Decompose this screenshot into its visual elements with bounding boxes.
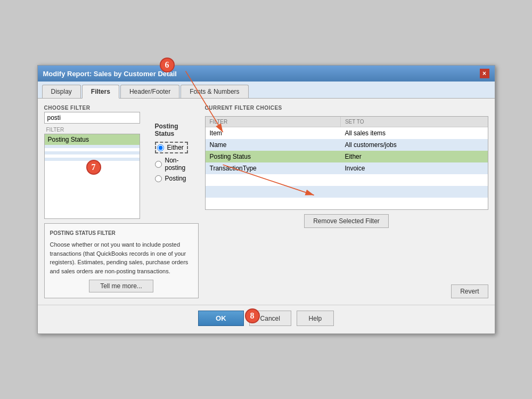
revert-button[interactable]: Revert — [451, 284, 488, 298]
posting-status-title: Posting Status — [155, 123, 199, 137]
tab-filters[interactable]: Filters — [82, 85, 119, 99]
dialog: Modify Report: Sales by Customer Detail … — [37, 65, 495, 334]
table-row — [206, 174, 488, 186]
filter-desc-box: POSTING STATUS FILTER Choose whether or … — [44, 223, 199, 298]
filter-list-item[interactable]: Posting Status — [45, 134, 140, 145]
close-button[interactable]: × — [480, 69, 489, 78]
tab-fonts-numbers[interactable]: Fonts & Numbers — [181, 85, 248, 98]
radio-posting-label: Posting — [165, 175, 186, 182]
radio-group: Either Non-posting Posting — [155, 142, 199, 182]
table-row[interactable]: Item All sales items — [206, 127, 488, 140]
radio-either-selected: Either — [155, 142, 188, 153]
dialog-footer: OK Cancel Help — [38, 305, 495, 333]
filter-desc-title: POSTING STATUS FILTER — [50, 229, 193, 237]
table-row[interactable]: TransactionType Invoice — [206, 162, 488, 174]
help-button[interactable]: Help — [297, 311, 334, 326]
tabs-bar: Display Filters Header/Footer Fonts & Nu… — [38, 82, 495, 99]
col-filter-header: FILTER — [206, 117, 341, 127]
tab-display[interactable]: Display — [42, 85, 81, 98]
filter-table: FILTER SET TO Item All sales items Name — [206, 117, 488, 209]
table-row — [206, 198, 488, 209]
filter-col-header: FILTER — [44, 126, 140, 134]
filter-cell: Item — [206, 127, 341, 140]
filter-cell: Posting Status — [206, 151, 341, 162]
table-row[interactable]: Name All customers/jobs — [206, 139, 488, 151]
dialog-titlebar: Modify Report: Sales by Customer Detail … — [38, 66, 495, 82]
radio-posting-input[interactable] — [155, 175, 162, 182]
annotation-7: 7 — [86, 160, 101, 175]
set-to-cell: Invoice — [340, 162, 487, 174]
filter-table-container: FILTER SET TO Item All sales items Name — [205, 116, 488, 210]
filter-table-header-row: FILTER SET TO — [206, 117, 488, 127]
filter-desc-text: Choose whether or not you want to includ… — [50, 240, 193, 275]
radio-either[interactable]: Either — [155, 142, 199, 153]
ok-button[interactable]: OK — [198, 311, 244, 326]
posting-options-panel: Posting Status Either — [146, 112, 199, 219]
tab-header-footer[interactable]: Header/Footer — [120, 85, 179, 98]
filter-list[interactable]: Posting Status — [44, 134, 140, 219]
filter-cell: TransactionType — [206, 162, 341, 174]
remove-selected-filter-button[interactable]: Remove Selected Filter — [304, 214, 389, 228]
annotation-8: 8 — [245, 308, 260, 323]
radio-non-posting-label: Non-posting — [165, 157, 199, 172]
radio-either-input[interactable] — [157, 144, 164, 151]
annotation-6: 6 — [160, 58, 175, 72]
table-row — [206, 186, 488, 198]
set-to-cell: All customers/jobs — [340, 139, 487, 151]
left-panel: CHOOSE FILTER FILTER Posting Status — [44, 105, 199, 298]
filter-cell: Name — [206, 139, 341, 151]
dialog-title: Modify Report: Sales by Customer Detail — [43, 70, 177, 78]
tell-me-more-button[interactable]: Tell me more... — [89, 280, 153, 292]
radio-non-posting-input[interactable] — [155, 161, 162, 168]
set-to-cell: Either — [340, 151, 487, 162]
table-row[interactable]: Posting Status Either — [206, 151, 488, 162]
filter-search-input[interactable] — [44, 112, 140, 124]
right-panel: CURRENT FILTER CHOICES FILTER SET TO Ite… — [205, 105, 488, 298]
col-set-to-header: SET TO — [340, 117, 487, 127]
radio-either-label: Either — [167, 144, 184, 151]
radio-non-posting[interactable]: Non-posting — [155, 157, 199, 172]
dialog-content: CHOOSE FILTER FILTER Posting Status — [38, 99, 495, 305]
choose-filter-section: CHOOSE FILTER FILTER Posting Status — [44, 105, 199, 219]
current-filter-label: CURRENT FILTER CHOICES — [205, 105, 488, 111]
radio-posting[interactable]: Posting — [155, 175, 199, 182]
choose-filter-label: CHOOSE FILTER — [44, 105, 199, 111]
set-to-cell: All sales items — [340, 127, 487, 140]
